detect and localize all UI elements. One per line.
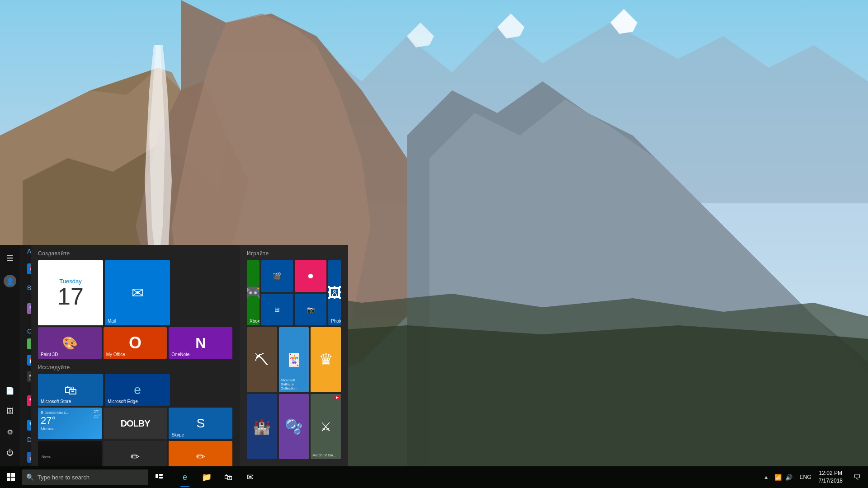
taskbar-store-button[interactable]: 🛍 — [217, 466, 239, 488]
svg-rect-19 — [11, 478, 15, 481]
section-letter-d: D — [20, 433, 31, 444]
section-create-label: Создавайте — [38, 250, 232, 257]
taskbar-mail-button[interactable]: ✉ — [239, 466, 261, 488]
clock-time: 12:02 PM — [819, 469, 843, 477]
tiles-panel: Создавайте Tuesday 17 ✉ Mail 🎨 Paint 3D — [31, 245, 240, 466]
documents-icon-button[interactable]: 📄 — [0, 380, 20, 400]
store-tile[interactable]: 🛍 Microsoft Store — [38, 374, 103, 406]
search-placeholder-text: Type here to search — [38, 474, 90, 481]
march-tile[interactable]: ⚔ March of Em... ▶ — [311, 394, 341, 459]
myoffice-tile[interactable]: O My Office — [104, 327, 167, 359]
drawboard-tile[interactable]: ✏ Drawboard PDF — [104, 441, 167, 466]
app-item-calendar[interactable]: 📅 Calendar — [20, 352, 31, 368]
svg-rect-17 — [11, 473, 15, 477]
photos-label: Photos — [331, 319, 341, 324]
app-icon-bubble: 🫧 — [27, 303, 31, 314]
dolby-tile[interactable]: DOLBY — [104, 408, 167, 439]
show-hidden-icons-button[interactable]: ▲ — [762, 474, 771, 480]
news-icon: News — [38, 441, 102, 466]
store-icon: 🛍 — [64, 383, 77, 398]
power-icon-button[interactable]: ⏻ — [0, 443, 20, 463]
section-explore: Исследуйте 🛍 Microsoft Store e Microsoft… — [38, 364, 232, 466]
solitaire-tile[interactable]: 🃏 Microsoft Solitaire Collection — [279, 327, 309, 392]
notification-button[interactable]: 🗨 — [850, 473, 864, 481]
photos-icon-button[interactable]: 🖼 — [0, 401, 20, 421]
calc2-icon: ⊞ — [274, 306, 280, 313]
play-section-label: Играйте — [247, 250, 341, 257]
paint3d-label: Paint 3D — [41, 352, 58, 357]
task-view-button[interactable] — [148, 466, 170, 488]
calc2-tile[interactable]: ⊞ — [261, 294, 293, 325]
movie-tile[interactable]: 🎬 — [261, 260, 293, 292]
section-letter-c: C — [20, 325, 31, 336]
windows-logo-icon — [7, 473, 15, 481]
svg-rect-16 — [7, 473, 10, 477]
paint3d-icon: 🎨 — [62, 336, 78, 351]
edge-tile[interactable]: e Microsoft Edge — [105, 374, 170, 406]
groove2-icon: ⏺ — [307, 272, 314, 280]
myoffice-icon: O — [129, 333, 142, 352]
app-item-bubble[interactable]: 🫧 Bubble Witch 3 Saga — [20, 292, 31, 325]
volume-icon[interactable]: 🔊 — [785, 474, 793, 481]
onenote-tile[interactable]: N OneNote — [169, 327, 232, 359]
xbox-label: Xbox — [250, 319, 259, 324]
settings-icon-button[interactable]: ⚙ — [0, 422, 20, 442]
app-icon-camera: 📷 — [27, 371, 31, 382]
taskbar-explorer-button[interactable]: 📁 — [196, 466, 217, 488]
disney2-icon: 🏰 — [253, 418, 271, 435]
app-icon-connect: 📡 — [27, 420, 31, 431]
active-indicator — [180, 486, 189, 487]
hamburger-button[interactable]: ☰ — [0, 249, 20, 268]
svg-rect-18 — [7, 478, 10, 481]
start-button[interactable] — [0, 466, 22, 488]
calendar-num: 17 — [57, 285, 84, 308]
taskbar-edge-button[interactable]: e — [174, 466, 196, 488]
photos-icon: 🖼 — [328, 285, 341, 301]
groove2-tile[interactable]: ⏺ — [295, 260, 326, 292]
skype-label: Skype — [171, 432, 184, 437]
mail-taskbar-icon: ✉ — [247, 472, 254, 482]
taskbar-system-tray: ▲ 📶 🔊 ENG 12:02 PM 7/17/2018 🗨 — [762, 469, 868, 485]
onenote-label: OneNote — [171, 352, 189, 357]
paint3d-tile[interactable]: 🎨 Paint 3D — [38, 327, 102, 359]
app-item-candy[interactable]: 🍬 Candy Crush Soda Saga — [20, 385, 31, 417]
minecraft-icon: ⛏ — [255, 352, 269, 368]
photos-tile[interactable]: 🖼 Photos — [328, 260, 341, 325]
user-icon-button[interactable]: 👤 — [0, 271, 20, 291]
calendar-tile[interactable]: Tuesday 17 — [38, 260, 103, 325]
task-view-icon — [156, 474, 163, 480]
app-item-camera[interactable]: 📷 Camera — [20, 368, 31, 385]
sketchbook-tile[interactable]: ✏ SketchBook — [169, 441, 232, 466]
network-icon[interactable]: 📶 — [774, 474, 782, 481]
search-box[interactable]: 🔍 Type here to search — [22, 469, 148, 485]
app-icon-calculator: ▦ — [27, 338, 31, 349]
clock-date: 7/17/2018 — [819, 477, 843, 485]
store-label: Microsoft Store — [41, 399, 71, 404]
bubble2-tile[interactable]: 🫧 — [279, 394, 309, 459]
app-item-alarms[interactable]: ⏰ Alarms & Clock — [20, 256, 31, 282]
weather-tile[interactable]: В основном с... 27° Москва 27°21° — [38, 408, 102, 439]
app-item-disney[interactable]: 🏰 Disney Magic Kingdoms — [20, 444, 31, 466]
clock-display[interactable]: 12:02 PM 7/17/2018 — [815, 469, 846, 485]
language-indicator[interactable]: ENG — [800, 474, 811, 480]
minecraft-tile[interactable]: ⛏ — [247, 327, 277, 392]
skype-tile[interactable]: S Skype — [169, 408, 232, 439]
sketchbook-label: SketchBook — [171, 466, 195, 466]
play-tiles-panel: Играйте 🎮 Xbox 🎬 ⏺ — [240, 245, 348, 466]
explorer-taskbar-icon: 📁 — [202, 472, 212, 482]
xbox-tile[interactable]: 🎮 Xbox — [247, 260, 259, 325]
disney2-tile[interactable]: 🏰 — [247, 394, 277, 459]
app-item-connect[interactable]: 📡 Connect — [20, 417, 31, 433]
app-item-calculator[interactable]: ▦ Calculator — [20, 336, 31, 352]
march-badge: ▶ — [335, 395, 340, 400]
mail-icon: ✉ — [132, 284, 144, 301]
svg-rect-22 — [159, 477, 163, 479]
king-tile[interactable]: ♛ — [311, 327, 341, 392]
myoffice-label: My Office — [106, 352, 125, 357]
xbox-icon: 🎮 — [247, 282, 259, 304]
news-tile[interactable]: News News — [38, 441, 102, 466]
mail-tile[interactable]: ✉ Mail — [105, 260, 170, 325]
section-letter-b: B — [20, 282, 31, 292]
search-icon: 🔍 — [26, 474, 34, 481]
camera2-tile[interactable]: 📷 — [295, 294, 326, 325]
